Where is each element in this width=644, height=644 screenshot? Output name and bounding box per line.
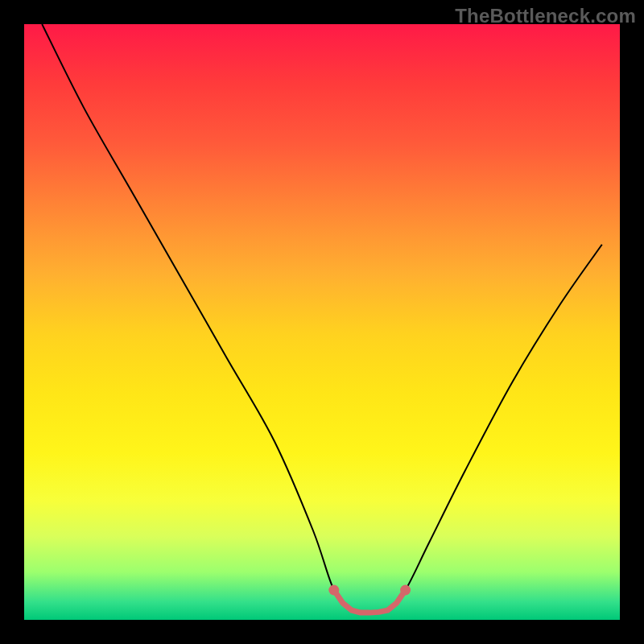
chart-frame: TheBottleneck.com	[0, 0, 644, 644]
plot-area	[24, 24, 620, 620]
trough-endpoint	[400, 585, 411, 596]
curve-line	[42, 24, 602, 613]
trough-line	[334, 590, 406, 613]
chart-svg	[24, 24, 620, 620]
trough-endpoint	[328, 585, 339, 596]
watermark-text: TheBottleneck.com	[455, 5, 636, 27]
trough-markers	[328, 585, 411, 613]
